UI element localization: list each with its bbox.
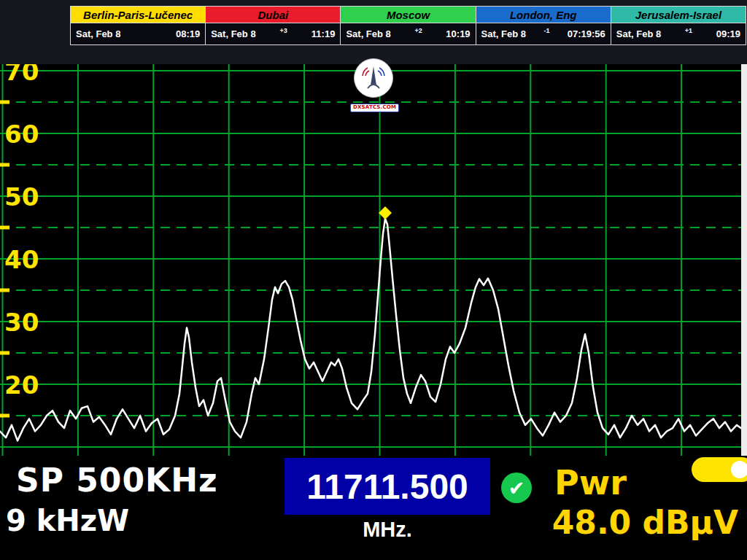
power-label: Pwr — [554, 463, 627, 502]
logo-text: DXSATCS.COM — [350, 104, 399, 112]
clock-column-moscow: Moscow Sat, Feb 8 +2 10:19 — [341, 7, 476, 44]
peak-marker-icon — [379, 206, 392, 219]
clock-utc-offset: +2 — [414, 27, 422, 34]
spectrum-svg: 706050403020 — [0, 64, 747, 456]
toggle-knob-icon[interactable] — [731, 461, 747, 478]
frequency-unit-label: MHz. — [285, 518, 490, 542]
readout-bar: SP 500KHz 9 kHzW 11711.500 MHz. ✔ Pwr 48… — [0, 456, 747, 560]
toggle-pill[interactable] — [692, 457, 747, 482]
bandwidth-readout: 9 kHzW — [6, 504, 129, 537]
clock-utc-offset: +3 — [280, 27, 287, 34]
spectrum-display: 706050403020 — [0, 64, 747, 456]
y-axis-tick — [0, 163, 9, 167]
clock-time: 10:19 — [446, 28, 470, 39]
right-edge-strip[interactable] — [741, 64, 747, 456]
y-axis-tick — [0, 226, 9, 230]
y-axis-label: 50 — [4, 182, 39, 211]
antenna-icon — [354, 58, 393, 98]
clock-column-jerusalem: Jerusalem-Israel Sat, Feb 8 +1 09:19 — [611, 7, 746, 44]
y-axis-tick — [0, 351, 9, 355]
clock-time: 07:19:56 — [568, 28, 605, 39]
clock-date: Sat, Feb 8 — [76, 28, 120, 39]
clock-column-london: London, Eng Sat, Feb 8 -1 07:19:56 — [476, 7, 611, 44]
clock-date: Sat, Feb 8 — [481, 28, 526, 39]
clock-city-name: Berlin-Paris-Lučenec — [71, 7, 205, 23]
y-axis-label: 30 — [4, 308, 39, 337]
clock-time-row: Sat, Feb 8 +3 11:19 — [206, 23, 340, 44]
span-readout: SP 500KHz — [16, 462, 218, 499]
clock-city-name: Jerusalem-Israel — [611, 7, 746, 23]
clock-time: 11:19 — [311, 28, 336, 39]
clock-column-dubai: Dubai Sat, Feb 8 +3 11:19 — [206, 7, 341, 44]
clock-time: 08:19 — [176, 28, 200, 39]
clock-date: Sat, Feb 8 — [211, 28, 255, 39]
y-axis-tick — [0, 101, 9, 104]
clock-time-row: Sat, Feb 8 08:19 — [71, 23, 205, 44]
y-axis-label: 60 — [4, 120, 39, 149]
clock-column-berlin: Berlin-Paris-Lučenec Sat, Feb 8 08:19 — [71, 7, 206, 44]
clock-time-row: Sat, Feb 8 +1 09:19 — [611, 23, 746, 44]
dxsatcs-logo: DXSATCS.COM — [350, 58, 397, 112]
clock-time-row: Sat, Feb 8 +2 10:19 — [341, 23, 475, 44]
clock-utc-offset: +1 — [685, 27, 692, 34]
clock-time: 09:19 — [716, 28, 740, 39]
clock-date: Sat, Feb 8 — [616, 28, 661, 39]
y-axis-label: 40 — [4, 245, 39, 274]
y-axis-tick — [0, 414, 9, 418]
clock-date: Sat, Feb 8 — [346, 28, 390, 39]
clock-utc-offset: -1 — [543, 27, 549, 34]
lock-check-icon: ✔ — [501, 472, 532, 503]
clock-city-name: Dubai — [206, 7, 340, 23]
y-axis-label: 20 — [4, 370, 39, 400]
spectrum-trace — [0, 219, 741, 440]
clock-time-row: Sat, Feb 8 -1 07:19:56 — [476, 23, 611, 44]
world-clock-strip: Berlin-Paris-Lučenec Sat, Feb 8 08:19 Du… — [70, 6, 746, 45]
y-axis-tick — [0, 289, 9, 292]
clock-city-name: London, Eng — [476, 7, 611, 23]
frequency-display[interactable]: 11711.500 — [285, 458, 490, 515]
y-axis-label: 70 — [4, 64, 39, 86]
power-value: 48.0 dBµV — [552, 504, 738, 541]
clock-city-name: Moscow — [341, 7, 475, 23]
